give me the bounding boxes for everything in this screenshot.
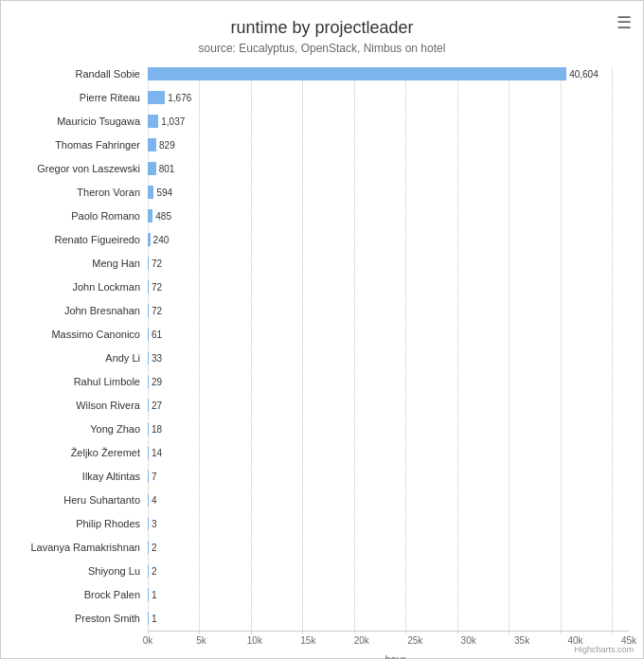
x-tick: 0k [143, 635, 153, 646]
bar-wrapper: 33 [148, 351, 643, 365]
row-label: Lavanya Ramakrishnan [1, 542, 148, 553]
bar-wrapper: 72 [148, 257, 643, 270]
row-label: Mauricio Tsugawa [1, 116, 148, 127]
bar [148, 541, 149, 554]
table-row: Shiyong Lu2 [1, 560, 643, 582]
bar [148, 351, 149, 365]
row-label: Pierre Riteau [1, 92, 148, 103]
bar-value: 14 [152, 448, 162, 458]
row-label: Paolo Romano [1, 210, 148, 222]
bar-wrapper: 1 [148, 612, 643, 625]
table-row: Wilson Rivera27 [1, 394, 643, 417]
bar-wrapper: 1 [148, 588, 643, 601]
bar [148, 280, 149, 294]
bar-wrapper: 2 [148, 541, 643, 554]
table-row: Heru Suhartanto4 [1, 489, 643, 511]
bar [148, 446, 149, 459]
bar-value: 27 [152, 401, 162, 411]
x-tick: 20k [354, 635, 369, 646]
x-tick: 10k [247, 635, 262, 646]
bar-value: 829 [159, 140, 175, 151]
bar-value: 72 [152, 306, 162, 316]
row-label: John Lockman [1, 281, 148, 293]
bar-value: 594 [156, 187, 172, 198]
table-row: Philip Rhodes3 [1, 512, 643, 535]
row-label: Brock Palen [1, 589, 148, 600]
row-label: Preston Smith [1, 613, 148, 624]
bar [148, 162, 156, 175]
table-row: Meng Han72 [1, 252, 643, 275]
bar-wrapper: 594 [148, 186, 643, 199]
bar-wrapper: 7 [148, 470, 643, 483]
row-label: Randall Sobie [1, 68, 148, 80]
table-row: Theron Voran594 [1, 181, 643, 204]
row-label: Meng Han [1, 258, 148, 269]
table-row: Željko Žeremet14 [1, 441, 643, 464]
row-label: Shiyong Lu [1, 565, 148, 577]
row-label: Massimo Canonico [1, 329, 148, 340]
table-row: Thomas Fahringer829 [1, 134, 643, 156]
table-row: John Lockman72 [1, 276, 643, 298]
bar-value: 4 [152, 495, 157, 506]
bar [148, 138, 156, 151]
bar-value: 72 [152, 282, 162, 293]
bar-wrapper: 18 [148, 422, 643, 436]
bar-value: 1 [152, 614, 157, 624]
bar [148, 375, 149, 388]
bar-wrapper: 3 [148, 517, 643, 530]
bar-wrapper: 27 [148, 399, 643, 412]
bar-value: 29 [152, 377, 162, 387]
bar-wrapper: 829 [148, 138, 643, 151]
x-tick: 25k [407, 635, 422, 646]
menu-icon[interactable]: ☰ [617, 12, 632, 33]
bar-wrapper: 29 [148, 375, 643, 388]
row-label: Rahul Limbole [1, 376, 148, 387]
table-row: Andy Li33 [1, 347, 643, 369]
bar [148, 564, 149, 578]
row-label: Thomas Fahringer [1, 139, 148, 151]
bar [148, 493, 149, 507]
bar-value: 240 [153, 235, 170, 245]
row-label: Theron Voran [1, 187, 148, 198]
bar-wrapper: 1,037 [148, 115, 643, 128]
row-label: John Bresnahan [1, 305, 148, 316]
table-row: Renato Figueiredo240 [1, 228, 643, 251]
bar-value: 2 [152, 543, 157, 553]
table-row: Massimo Canonico61 [1, 323, 643, 346]
bar [148, 399, 149, 412]
highcharts-credit: Highcharts.com [574, 645, 634, 654]
bar [148, 186, 153, 199]
bar-value: 72 [152, 258, 162, 269]
bar [148, 115, 158, 128]
bar-value: 61 [152, 330, 162, 340]
row-label: Heru Suhartanto [1, 494, 148, 506]
bar-wrapper: 72 [148, 304, 643, 317]
bar-wrapper: 801 [148, 162, 643, 175]
table-row: Mauricio Tsugawa1,037 [1, 110, 643, 133]
bar-value: 3 [152, 519, 157, 529]
table-row: Preston Smith1 [1, 607, 643, 630]
rows-container: Randall Sobie40,604Pierre Riteau1,676Mau… [1, 62, 643, 630]
row-label: Andy Li [1, 352, 148, 364]
chart-container: ☰ runtime by projectleader source: Eucal… [0, 0, 644, 659]
x-axis: 0k5k10k15k20k25k30k35k40k45k [148, 631, 629, 650]
bar [148, 612, 149, 625]
bar-wrapper: 1,676 [148, 91, 643, 104]
bar [148, 209, 152, 223]
bar-value: 1,037 [161, 116, 185, 127]
bar [148, 257, 149, 270]
bar-value: 801 [159, 164, 175, 174]
table-row: Ilkay Altintas7 [1, 465, 643, 488]
bar-wrapper: 72 [148, 280, 643, 294]
bar-wrapper: 40,604 [148, 67, 643, 80]
row-label: Gregor von Laszewski [1, 163, 148, 174]
bar-value: 40,604 [569, 69, 599, 80]
x-tick: 30k [461, 635, 476, 646]
bar [148, 328, 149, 341]
table-row: Yong Zhao18 [1, 418, 643, 440]
row-label: Philip Rhodes [1, 518, 148, 529]
chart-subtitle: source: Eucalyptus, OpenStack, Nimbus on… [1, 42, 643, 55]
bar-value: 7 [152, 472, 157, 482]
bar [148, 233, 151, 246]
table-row: Paolo Romano485 [1, 205, 643, 227]
